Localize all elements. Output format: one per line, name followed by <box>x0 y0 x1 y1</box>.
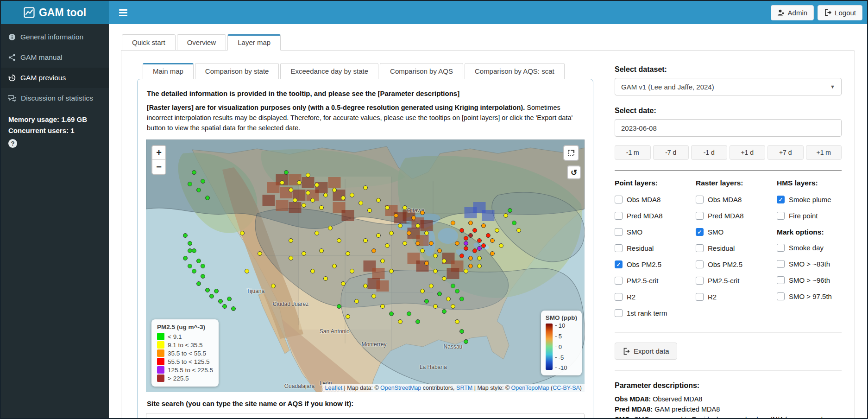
export-data-button[interactable]: Export data <box>615 343 677 360</box>
pm25-point-marker[interactable] <box>240 231 245 235</box>
pm25-point-marker[interactable] <box>385 243 390 248</box>
pm25-point-marker[interactable] <box>464 241 468 246</box>
checkbox[interactable]: ✓ <box>615 228 623 236</box>
pm25-point-marker[interactable] <box>420 210 425 215</box>
pm25-point-marker[interactable] <box>363 238 368 243</box>
pm25-point-marker[interactable] <box>477 238 482 243</box>
checkbox[interactable]: ✓ <box>696 212 704 220</box>
checkbox[interactable]: ✓ <box>615 293 623 301</box>
main-tab[interactable]: Quick start <box>122 34 176 51</box>
pm25-point-marker[interactable] <box>380 304 385 309</box>
pm25-point-marker[interactable] <box>464 246 468 251</box>
pm25-point-marker[interactable] <box>245 269 249 273</box>
pm25-point-marker[interactable] <box>455 241 459 246</box>
main-tab[interactable]: Layer map <box>227 34 281 51</box>
pm25-point-marker[interactable] <box>258 251 262 256</box>
checkbox[interactable]: ✓ <box>615 212 623 220</box>
pm25-point-marker[interactable] <box>415 223 420 228</box>
pm25-point-marker[interactable] <box>490 251 495 256</box>
pm25-point-marker[interactable] <box>442 309 447 314</box>
pm25-point-marker[interactable] <box>192 248 196 253</box>
mark-option-checkbox-row[interactable]: ✓ SMO > 97.5th <box>777 292 858 300</box>
pm25-point-marker[interactable] <box>310 198 315 203</box>
pm25-point-marker[interactable] <box>376 198 381 203</box>
pm25-point-marker[interactable] <box>319 205 324 210</box>
pm25-point-marker[interactable] <box>477 246 482 251</box>
pm25-point-marker[interactable] <box>415 319 420 324</box>
checkbox[interactable]: ✓ <box>696 244 704 252</box>
pm25-point-marker[interactable] <box>481 243 486 248</box>
pm25-point-marker[interactable] <box>407 311 411 316</box>
pm25-point-marker[interactable] <box>459 297 464 301</box>
checkbox[interactable]: ✓ <box>777 276 785 284</box>
pm25-point-marker[interactable] <box>302 251 306 256</box>
sidebar-toggle-button[interactable] <box>116 6 130 19</box>
pm25-point-marker[interactable] <box>363 185 368 190</box>
pm25-point-marker[interactable] <box>188 248 192 253</box>
pm25-point-marker[interactable] <box>503 213 508 218</box>
pm25-point-marker[interactable] <box>415 241 420 246</box>
map-sub-tab[interactable]: Comparison by AQS <box>380 63 463 79</box>
pm25-point-marker[interactable] <box>420 289 425 293</box>
pm25-point-marker[interactable] <box>508 208 512 213</box>
pm25-point-marker[interactable] <box>222 304 227 309</box>
pm25-point-marker[interactable] <box>433 304 438 309</box>
pm25-point-marker[interactable] <box>302 203 306 208</box>
pm25-point-marker[interactable] <box>183 233 188 238</box>
pm25-point-marker[interactable] <box>468 221 473 225</box>
point-layer-checkbox-row[interactable]: ✓ R2 <box>615 293 696 301</box>
raster-layer-checkbox-row[interactable]: ✓ Obs MDA8 <box>696 196 777 203</box>
date-step-button[interactable]: -7 d <box>653 145 689 160</box>
pm25-point-marker[interactable] <box>306 190 310 195</box>
pm25-point-marker[interactable] <box>516 228 521 233</box>
pm25-point-marker[interactable] <box>380 259 385 263</box>
pm25-point-marker[interactable] <box>376 233 381 238</box>
raster-layer-checkbox-row[interactable]: ✓ Obs PM2.5 <box>696 260 777 268</box>
pm25-point-marker[interactable] <box>459 254 464 258</box>
pm25-point-marker[interactable] <box>446 297 451 301</box>
point-layer-checkbox-row[interactable]: ✓ Obs MDA8 <box>615 196 696 203</box>
pm25-point-marker[interactable] <box>437 292 442 296</box>
site-search-select[interactable]: Alabama ▼ <box>146 413 585 419</box>
opentopomap-link[interactable]: OpenTopoMap <box>511 385 549 391</box>
pm25-point-marker[interactable] <box>464 339 468 344</box>
checkbox[interactable]: ✓ <box>615 260 623 268</box>
pm25-point-marker[interactable] <box>359 201 363 205</box>
checkbox[interactable]: ✓ <box>777 260 785 268</box>
pm25-point-marker[interactable] <box>459 228 464 233</box>
pm25-point-marker[interactable] <box>271 284 276 288</box>
pm25-point-marker[interactable] <box>293 198 297 203</box>
pm25-point-marker[interactable] <box>297 180 302 185</box>
pm25-point-marker[interactable] <box>201 264 205 268</box>
pm25-point-marker[interactable] <box>385 205 390 210</box>
date-step-button[interactable]: -1 d <box>691 145 727 160</box>
pm25-point-marker[interactable] <box>350 193 354 197</box>
pm25-point-marker[interactable] <box>442 259 447 263</box>
pm25-point-marker[interactable] <box>477 264 482 268</box>
pm25-point-marker[interactable] <box>328 226 333 230</box>
pm25-point-marker[interactable] <box>354 299 359 304</box>
pm25-point-marker[interactable] <box>389 231 394 235</box>
pm25-point-marker[interactable] <box>411 216 416 220</box>
sidebar-item-discussion-of-statistics[interactable]: Discussion of statistics <box>1 88 109 108</box>
pm25-point-marker[interactable] <box>363 284 368 288</box>
pm25-point-marker[interactable] <box>337 238 341 243</box>
pm25-point-marker[interactable] <box>468 264 473 268</box>
pm25-point-marker[interactable] <box>455 289 459 293</box>
pm25-point-marker[interactable] <box>341 281 346 286</box>
mark-option-checkbox-row[interactable]: ✓ SMO > ~83th <box>777 260 858 268</box>
pm25-point-marker[interactable] <box>346 314 350 319</box>
map-sub-tab[interactable]: Comparison by AQS: scat <box>465 63 565 79</box>
pm25-point-marker[interactable] <box>451 304 455 309</box>
dataset-select[interactable]: GAM v1 (Lee and Jaffe, 2024) ▼ <box>615 78 842 95</box>
raster-layer-checkbox-row[interactable]: ✓ Pred MDA8 <box>696 212 777 220</box>
pm25-point-marker[interactable] <box>407 231 411 235</box>
mark-option-checkbox-row[interactable]: ✓ SMO > ~96th <box>777 276 858 284</box>
pm25-point-marker[interactable] <box>424 299 429 304</box>
pm25-point-marker[interactable] <box>227 297 232 301</box>
checkbox[interactable]: ✓ <box>696 260 704 268</box>
pm25-point-marker[interactable] <box>420 248 425 253</box>
draw-rectangle-button[interactable] <box>563 145 579 161</box>
pm25-point-marker[interactable] <box>218 299 223 304</box>
pm25-point-marker[interactable] <box>437 248 442 253</box>
